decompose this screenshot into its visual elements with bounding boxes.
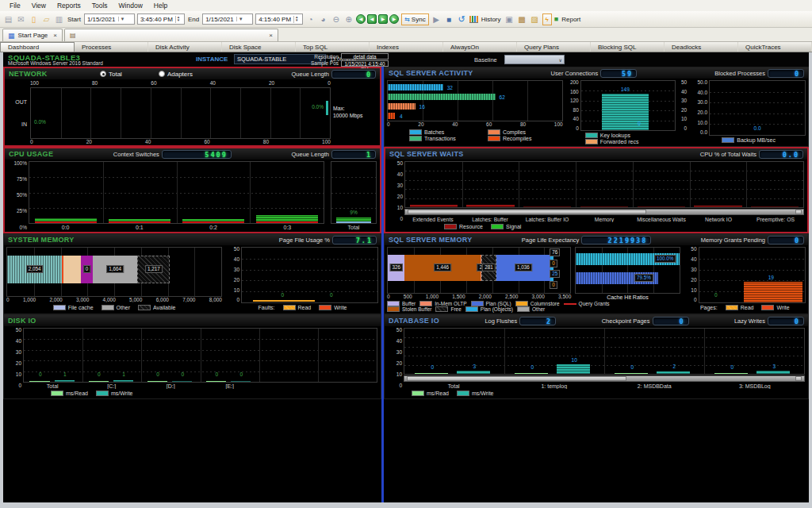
sync-button[interactable]: ⇆Sync [401,13,429,25]
step-forward-button[interactable]: ▶ [378,14,388,24]
legend-chip [515,301,528,306]
report-icon: ■ [554,15,558,23]
save-icon[interactable]: ▥ [54,14,64,25]
gridline [250,162,251,223]
scrollbar-end-button[interactable] [795,376,802,381]
gridline [177,162,178,223]
history-button[interactable]: History [469,16,502,23]
scrollbar-end-button[interactable] [795,210,802,214]
radio-total[interactable]: Total [100,71,122,78]
legend-prefix: Faults: [259,305,275,310]
horizontal-scrollbar[interactable] [404,375,805,382]
start-time-spinner[interactable]: 3:45:40 PM▲▼ [137,13,185,25]
y-tick-label: 20 [234,278,239,283]
legend-item: Write [761,305,789,310]
memory-stack-chart: 2,05401,6641,21701,0002,0003,0004,0005,0… [6,247,222,312]
print-icon[interactable]: ▤ [3,14,13,25]
radio-adapters[interactable]: Adapters [159,71,193,78]
end-time-spinner[interactable]: 4:15:40 PM▲▼ [255,13,303,25]
gridline [82,329,83,382]
jump-end-button[interactable]: ▶ [389,14,399,24]
bar-recompiles [388,113,395,119]
dashtab-indexes[interactable]: Indexes [370,42,443,52]
lookups-plot: 1490 [580,80,676,131]
lightning-icon: ϟ [546,16,549,23]
legend-label: Forwarded recs [600,139,639,144]
send-icon[interactable]: ✉ [16,14,26,25]
y-tick-label: 40 [16,339,21,344]
history-forward-icon[interactable]: ◕ [318,14,328,25]
play-button[interactable]: ▶ [431,14,442,25]
dashtab-alwayson[interactable]: AlwaysOn [443,42,517,52]
menu-view[interactable]: View [27,2,51,10]
pause-button[interactable]: ■ [444,14,454,25]
snapshot-icon[interactable]: ▣ [504,14,515,25]
legend-chip [102,305,114,310]
copy-icon[interactable]: ▩ [517,14,527,25]
gridline [151,88,151,138]
report-button[interactable]: ■Report [554,15,581,23]
menu-tools[interactable]: Tools [87,2,113,10]
horizontal-scrollbar[interactable] [404,209,804,215]
spinner-icon: ▲▼ [175,16,180,23]
history-back-icon[interactable]: ◔ [305,14,316,25]
bar-resource-wait [523,206,571,207]
close-tab-icon[interactable]: × [53,32,57,39]
y-tick-label: 120 [570,98,579,104]
category-label: Total [331,224,377,230]
dropdown-arrow-icon: ∨ [559,57,562,63]
toolbar-file-icons: ▤✉▯▱▥ [3,14,64,25]
segment-end-label: 25 [550,270,560,278]
dashtab-deadlocks[interactable]: Deadlocks [665,42,738,52]
zoom-out-icon[interactable]: ⊖ [331,14,341,25]
sql-activity-charts: 3262164020406080100BatchesCompilesTransa… [385,79,808,146]
dashtab-processes[interactable]: Processes [75,42,148,52]
x-axis: 01,0002,0003,0004,0005,0006,0007,0008,00… [6,297,222,304]
bar-ms-write [231,381,251,382]
close-tab-icon[interactable]: × [269,32,273,39]
export-icon[interactable]: ▨ [530,14,540,25]
end-date-picker[interactable]: 1/15/2021▼ [202,13,253,25]
zoom-in-icon[interactable]: ⊕ [343,14,354,25]
legend-item: Recompiles [488,136,563,141]
radio-label: Adapters [167,71,193,78]
current-value-marker [326,101,328,115]
instance-label: INSTANCE [196,56,228,63]
write-value-label: 1 [63,371,67,377]
y-tick-label: 25% [17,209,27,214]
gridline [699,259,805,260]
open-folder-icon[interactable]: ▱ [41,14,52,25]
tab-dashboard-document[interactable]: ▤ × [64,29,278,41]
lightning-toggle-button[interactable]: ϟ [542,13,552,25]
start-date-picker[interactable]: 1/15/2021▼ [84,13,135,25]
scrollbar-thumb[interactable] [408,210,646,214]
dashtab-disk-activity[interactable]: Disk Activity [148,42,222,52]
gridline [300,88,301,138]
dashtab-dashboard[interactable]: Dashboard [0,42,75,52]
dashtab-top-sql[interactable]: Top SQL [296,42,370,52]
step-back-button[interactable]: ◀ [367,14,377,24]
jump-start-button[interactable]: ◀ [356,14,366,24]
menu-reports[interactable]: Reports [52,2,86,10]
dashtab-query-plans[interactable]: Query Plans [517,42,591,52]
system-memory-panel: SYSTEM MEMORY Page File Usage %7.1 2,054… [3,233,381,314]
dashtab-blocking-sql[interactable]: Blocking SQL [591,42,665,52]
menu-help[interactable]: Help [149,2,172,10]
menu-file[interactable]: File [5,2,25,10]
menu-window[interactable]: Window [114,2,147,10]
y-tick-label: 0 [400,217,403,222]
legend: ms/Readms/Write [7,389,377,397]
category-label: Extended Events [404,216,462,222]
dashtab-disk-space[interactable]: Disk Space [222,42,296,52]
refresh-button[interactable]: ↺ [457,14,467,25]
baseline-select[interactable]: ∨ [504,55,565,64]
y-tick-label: 160 [570,90,579,95]
scrollbar-thumb[interactable] [407,376,626,381]
server-doc-icon: ▤ [70,32,76,39]
category-label: 0:0 [29,224,102,230]
y-tick-label: 30.0 [697,100,707,106]
new-page-icon[interactable]: ▯ [29,14,39,25]
dashtab-quicktraces[interactable]: QuickTraces [738,42,812,52]
tab-start-page[interactable]: ▦ Start Page × [2,29,63,41]
legend-label: Transactions [424,136,456,141]
